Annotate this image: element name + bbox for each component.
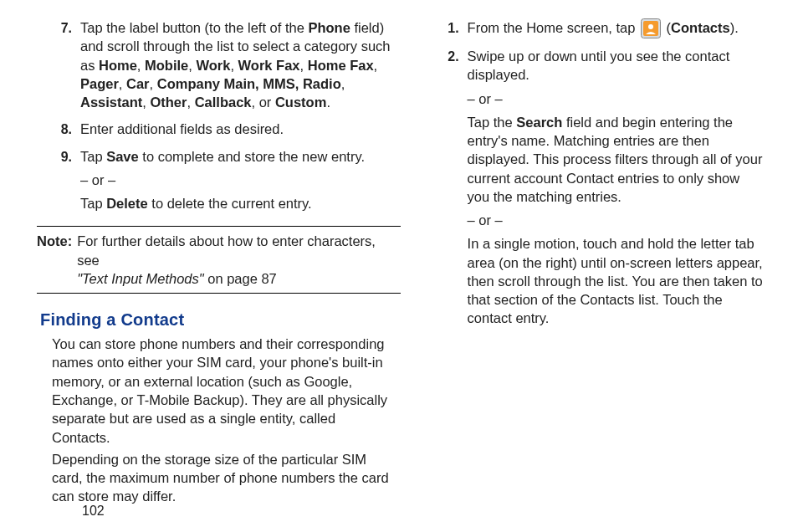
cat: Work [196,58,230,73]
rule [37,226,401,227]
sep: , [137,58,145,73]
bold: Contacts [671,20,730,35]
text: ). [730,20,739,35]
cat: Work Fax [238,58,300,73]
text: From the Home screen, tap [468,20,639,35]
text: to complete and store the new entry. [139,149,365,164]
text: For further details about how to enter c… [77,233,376,267]
step-body: Tap Save to complete and store the new e… [80,147,394,218]
note-label: Note: [37,232,77,288]
or-divider: – or – [80,171,394,189]
text: Tap the [468,115,517,130]
left-column: 7. Tap the label button (to the left of … [49,18,394,509]
page-number: 102 [82,504,105,519]
text: Enter additional fields as desired. [80,120,394,138]
step-number: 1. [436,18,468,38]
or-divider: – or – [468,90,765,108]
section-heading: Finding a Contact [40,309,394,331]
sep: , [230,58,238,73]
italic: "Text Input Methods" [77,271,203,286]
step-8: 8. Enter additional fields as desired. [49,120,394,143]
step-number: 7. [49,18,80,38]
text: In a single motion, touch and hold the l… [468,234,765,327]
left-steps: 7. Tap the label button (to the left of … [49,18,394,221]
sep: , [300,58,308,73]
text: ( [662,20,671,35]
step-body: Tap the label button (to the left of the… [80,18,394,116]
text: Tap [80,196,106,211]
or-divider: – or – [468,211,765,229]
sep: , [341,76,345,91]
paragraph: You can store phone numbers and their co… [52,335,394,447]
step-9: 9. Tap Save to complete and store the ne… [49,147,394,218]
text: on page 87 [204,271,277,286]
cat: Home Fax [308,58,374,73]
sep: , [187,95,194,110]
cat: Custom [275,95,326,110]
rule [37,293,401,294]
note-block: Note: For further details about how to e… [37,232,401,288]
step-7: 7. Tap the label button (to the left of … [49,18,394,116]
note-body: For further details about how to enter c… [77,232,400,288]
text: to delete the current entry. [148,196,312,211]
right-column: 1. From the Home screen, tap (Contacts). [436,18,765,336]
cat: Mobile [145,58,188,73]
step-2: 2. Swipe up or down until you see the co… [436,47,765,333]
bold: Phone [308,20,350,35]
step-body: Enter additional fields as desired. [80,120,394,143]
step-number: 9. [49,147,80,166]
cat: Other [150,95,187,110]
step-number: 2. [436,47,468,66]
cat: Home [99,58,137,73]
paragraph: Depending on the storage size of the par… [52,450,394,506]
sep: , [374,58,378,73]
cat: Company Main, MMS, Radio [157,76,341,91]
step-body: From the Home screen, tap (Contacts). [468,18,765,43]
step-1: 1. From the Home screen, tap (Contacts). [436,18,765,43]
contacts-icon [641,18,661,38]
text: Swipe up or down until you see the conta… [468,47,765,84]
bold: Save [106,149,139,164]
sep: . [326,95,330,110]
cat: Car [126,76,150,91]
sep: , [150,76,157,91]
cat: Assistant [80,95,142,110]
cat: Callback [195,95,252,110]
right-steps: 1. From the Home screen, tap (Contacts). [436,18,765,336]
text: Tap the label button (to the left of the [80,20,308,35]
page-root: 7. Tap the label button (to the left of … [0,0,798,532]
sep: , [119,76,126,91]
sep: , or [252,95,275,110]
bold: Delete [106,196,148,211]
cat: Pager [80,76,119,91]
step-number: 8. [49,120,80,139]
step-body: Swipe up or down until you see the conta… [468,47,765,333]
bold: Search [516,115,562,130]
text: Tap [80,149,106,164]
svg-point-2 [648,24,653,29]
